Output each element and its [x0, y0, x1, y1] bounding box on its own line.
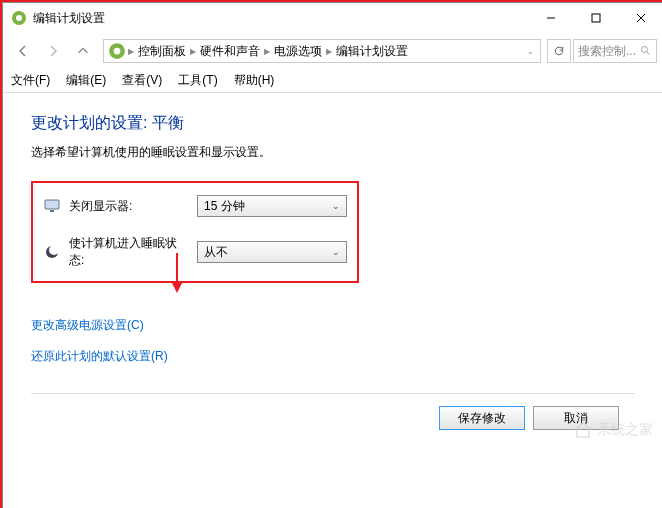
settings-highlight-box: 关闭显示器: 15 分钟 ⌄ 使计算机进入睡眠状态: 从不 ⌄ [31, 181, 359, 283]
chevron-down-icon: ⌄ [332, 201, 340, 211]
refresh-button[interactable] [547, 39, 571, 63]
breadcrumb-item[interactable]: 控制面板 [134, 43, 190, 60]
menu-edit[interactable]: 编辑(E) [66, 72, 106, 89]
display-off-select[interactable]: 15 分钟 ⌄ [197, 195, 347, 217]
close-button[interactable] [618, 3, 662, 33]
power-plan-icon [11, 10, 27, 26]
svg-rect-3 [592, 14, 600, 22]
svg-point-13 [49, 245, 59, 255]
content-area: 更改计划的设置: 平衡 选择希望计算机使用的睡眠设置和显示设置。 关闭显示器: … [3, 93, 662, 462]
forward-button[interactable] [39, 37, 67, 65]
monitor-icon [43, 197, 61, 215]
svg-point-7 [114, 48, 121, 55]
svg-point-8 [642, 47, 648, 53]
watermark: 系统之家 [573, 421, 653, 439]
display-off-value: 15 分钟 [204, 198, 245, 215]
power-plan-icon [108, 42, 126, 60]
window-title: 编辑计划设置 [33, 10, 528, 27]
chevron-down-icon: ⌄ [332, 247, 340, 257]
moon-icon [43, 243, 61, 261]
footer-buttons: 保存修改 取消 [31, 394, 635, 442]
menu-file[interactable]: 文件(F) [11, 72, 50, 89]
breadcrumb-item[interactable]: 编辑计划设置 [332, 43, 412, 60]
svg-rect-11 [50, 210, 54, 212]
breadcrumb-item[interactable]: 电源选项 [270, 43, 326, 60]
address-bar[interactable]: ▶ 控制面板 ▶ 硬件和声音 ▶ 电源选项 ▶ 编辑计划设置 ⌄ [103, 39, 541, 63]
search-placeholder: 搜索控制... [578, 43, 640, 60]
menu-tools[interactable]: 工具(T) [178, 72, 217, 89]
menu-help[interactable]: 帮助(H) [234, 72, 275, 89]
sleep-select[interactable]: 从不 ⌄ [197, 241, 347, 263]
restore-defaults-link[interactable]: 还原此计划的默认设置(R) [31, 348, 635, 365]
sleep-row: 使计算机进入睡眠状态: 从不 ⌄ [43, 235, 347, 269]
svg-line-9 [647, 52, 650, 55]
search-input[interactable]: 搜索控制... [573, 39, 657, 63]
page-heading: 更改计划的设置: 平衡 [31, 113, 635, 134]
minimize-button[interactable] [528, 3, 573, 33]
back-button[interactable] [9, 37, 37, 65]
breadcrumb-item[interactable]: 硬件和声音 [196, 43, 264, 60]
sleep-value: 从不 [204, 244, 228, 261]
house-icon [573, 421, 593, 439]
svg-point-1 [16, 15, 22, 21]
menu-view[interactable]: 查看(V) [122, 72, 162, 89]
maximize-button[interactable] [573, 3, 618, 33]
menu-bar: 文件(F) 编辑(E) 查看(V) 工具(T) 帮助(H) [3, 69, 662, 93]
save-button[interactable]: 保存修改 [439, 406, 525, 430]
sleep-label: 使计算机进入睡眠状态: [69, 235, 189, 269]
svg-rect-10 [45, 200, 59, 209]
page-subtext: 选择希望计算机使用的睡眠设置和显示设置。 [31, 144, 635, 161]
advanced-settings-link[interactable]: 更改高级电源设置(C) [31, 317, 635, 334]
display-off-row: 关闭显示器: 15 分钟 ⌄ [43, 195, 347, 217]
up-button[interactable] [69, 37, 97, 65]
titlebar: 编辑计划设置 [3, 3, 662, 33]
chevron-down-icon[interactable]: ⌄ [527, 47, 534, 56]
display-off-label: 关闭显示器: [69, 198, 189, 215]
search-icon [640, 45, 652, 57]
nav-bar: ▶ 控制面板 ▶ 硬件和声音 ▶ 电源选项 ▶ 编辑计划设置 ⌄ 搜索控制... [3, 33, 662, 69]
